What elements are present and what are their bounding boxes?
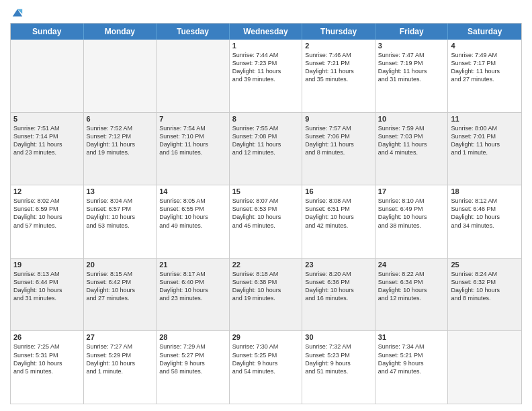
day-number: 23 [305, 261, 372, 269]
day-number: 20 [87, 261, 154, 269]
calendar-cell-empty-0-2 [157, 40, 230, 112]
header-cell-friday: Friday [375, 24, 449, 40]
day-number: 3 [378, 42, 445, 50]
day-number: 10 [378, 115, 445, 123]
calendar-cell-18: 18Sunrise: 8:12 AM Sunset: 6:46 PM Dayli… [448, 185, 521, 258]
calendar-cell-empty-0-0 [11, 40, 84, 112]
cell-content: Sunrise: 7:57 AM Sunset: 7:06 PM Dayligh… [305, 124, 372, 157]
calendar-row-4: 19Sunrise: 8:13 AM Sunset: 6:44 PM Dayli… [11, 258, 521, 331]
calendar: SundayMondayTuesdayWednesdayThursdayFrid… [10, 23, 522, 404]
calendar-cell-20: 20Sunrise: 8:15 AM Sunset: 6:42 PM Dayli… [84, 259, 157, 331]
cell-content: Sunrise: 7:32 AM Sunset: 5:23 PM Dayligh… [305, 342, 372, 375]
day-number: 13 [87, 187, 154, 195]
day-number: 24 [378, 261, 445, 269]
day-number: 11 [451, 115, 519, 123]
day-number: 7 [159, 115, 226, 123]
cell-content: Sunrise: 8:20 AM Sunset: 6:36 PM Dayligh… [305, 270, 372, 303]
calendar-cell-24: 24Sunrise: 8:22 AM Sunset: 6:34 PM Dayli… [375, 259, 449, 331]
day-number: 27 [87, 333, 154, 341]
cell-content: Sunrise: 7:51 AM Sunset: 7:14 PM Dayligh… [13, 124, 81, 157]
cell-content: Sunrise: 8:13 AM Sunset: 6:44 PM Dayligh… [13, 270, 81, 303]
calendar-cell-14: 14Sunrise: 8:05 AM Sunset: 6:55 PM Dayli… [157, 185, 230, 258]
calendar-header: SundayMondayTuesdayWednesdayThursdayFrid… [11, 24, 521, 40]
day-number: 29 [232, 333, 300, 341]
logo-icon [11, 7, 24, 19]
cell-content: Sunrise: 8:15 AM Sunset: 6:42 PM Dayligh… [87, 270, 154, 303]
cell-content: Sunrise: 8:04 AM Sunset: 6:57 PM Dayligh… [87, 197, 154, 230]
calendar-cell-11: 11Sunrise: 8:00 AM Sunset: 7:01 PM Dayli… [448, 113, 521, 185]
cell-content: Sunrise: 8:22 AM Sunset: 6:34 PM Dayligh… [378, 270, 445, 303]
calendar-cell-1: 1Sunrise: 7:44 AM Sunset: 7:23 PM Daylig… [230, 40, 303, 112]
calendar-cell-29: 29Sunrise: 7:30 AM Sunset: 5:25 PM Dayli… [230, 331, 303, 404]
day-number: 8 [232, 115, 300, 123]
day-number: 12 [13, 187, 81, 195]
cell-content: Sunrise: 8:17 AM Sunset: 6:40 PM Dayligh… [159, 270, 226, 303]
day-number: 26 [13, 333, 81, 341]
day-number: 17 [378, 187, 445, 195]
calendar-cell-28: 28Sunrise: 7:29 AM Sunset: 5:27 PM Dayli… [157, 331, 230, 404]
calendar-cell-26: 26Sunrise: 7:25 AM Sunset: 5:31 PM Dayli… [11, 331, 84, 404]
calendar-cell-3: 3Sunrise: 7:47 AM Sunset: 7:19 PM Daylig… [375, 40, 449, 112]
header-cell-wednesday: Wednesday [230, 24, 303, 40]
cell-content: Sunrise: 8:18 AM Sunset: 6:38 PM Dayligh… [232, 270, 300, 303]
cell-content: Sunrise: 8:00 AM Sunset: 7:01 PM Dayligh… [451, 124, 519, 157]
cell-content: Sunrise: 8:02 AM Sunset: 6:59 PM Dayligh… [13, 197, 81, 230]
cell-content: Sunrise: 7:55 AM Sunset: 7:08 PM Dayligh… [232, 124, 300, 157]
calendar-cell-12: 12Sunrise: 8:02 AM Sunset: 6:59 PM Dayli… [11, 185, 84, 258]
day-number: 31 [378, 333, 445, 341]
day-number: 14 [159, 187, 226, 195]
calendar-cell-30: 30Sunrise: 7:32 AM Sunset: 5:23 PM Dayli… [302, 331, 375, 404]
day-number: 15 [232, 187, 300, 195]
calendar-row-2: 5Sunrise: 7:51 AM Sunset: 7:14 PM Daylig… [11, 112, 521, 185]
cell-content: Sunrise: 8:05 AM Sunset: 6:55 PM Dayligh… [159, 197, 226, 230]
calendar-body: 1Sunrise: 7:44 AM Sunset: 7:23 PM Daylig… [11, 40, 521, 404]
day-number: 9 [305, 115, 372, 123]
calendar-cell-8: 8Sunrise: 7:55 AM Sunset: 7:08 PM Daylig… [230, 113, 303, 185]
calendar-cell-31: 31Sunrise: 7:34 AM Sunset: 5:21 PM Dayli… [375, 331, 449, 404]
calendar-cell-27: 27Sunrise: 7:27 AM Sunset: 5:29 PM Dayli… [84, 331, 157, 404]
day-number: 1 [232, 42, 300, 50]
cell-content: Sunrise: 7:52 AM Sunset: 7:12 PM Dayligh… [87, 124, 154, 157]
day-number: 28 [159, 333, 226, 341]
calendar-cell-empty-0-1 [84, 40, 157, 112]
cell-content: Sunrise: 7:47 AM Sunset: 7:19 PM Dayligh… [378, 51, 445, 84]
calendar-cell-7: 7Sunrise: 7:54 AM Sunset: 7:10 PM Daylig… [157, 113, 230, 185]
cell-content: Sunrise: 7:54 AM Sunset: 7:10 PM Dayligh… [159, 124, 226, 157]
header [10, 7, 522, 19]
cell-content: Sunrise: 7:46 AM Sunset: 7:21 PM Dayligh… [305, 51, 372, 84]
day-number: 30 [305, 333, 372, 341]
calendar-cell-10: 10Sunrise: 7:59 AM Sunset: 7:03 PM Dayli… [375, 113, 449, 185]
calendar-cell-9: 9Sunrise: 7:57 AM Sunset: 7:06 PM Daylig… [302, 113, 375, 185]
cell-content: Sunrise: 8:12 AM Sunset: 6:46 PM Dayligh… [451, 197, 519, 230]
header-cell-thursday: Thursday [302, 24, 375, 40]
logo [10, 7, 24, 19]
calendar-row-3: 12Sunrise: 8:02 AM Sunset: 6:59 PM Dayli… [11, 185, 521, 258]
day-number: 18 [451, 187, 519, 195]
cell-content: Sunrise: 8:10 AM Sunset: 6:49 PM Dayligh… [378, 197, 445, 230]
day-number: 19 [13, 261, 81, 269]
day-number: 5 [13, 115, 81, 123]
cell-content: Sunrise: 7:59 AM Sunset: 7:03 PM Dayligh… [378, 124, 445, 157]
cell-content: Sunrise: 8:07 AM Sunset: 6:53 PM Dayligh… [232, 197, 300, 230]
calendar-cell-15: 15Sunrise: 8:07 AM Sunset: 6:53 PM Dayli… [230, 185, 303, 258]
calendar-cell-21: 21Sunrise: 8:17 AM Sunset: 6:40 PM Dayli… [157, 259, 230, 331]
calendar-cell-6: 6Sunrise: 7:52 AM Sunset: 7:12 PM Daylig… [84, 113, 157, 185]
day-number: 16 [305, 187, 372, 195]
cell-content: Sunrise: 7:30 AM Sunset: 5:25 PM Dayligh… [232, 342, 300, 375]
calendar-row-1: 1Sunrise: 7:44 AM Sunset: 7:23 PM Daylig… [11, 40, 521, 112]
header-cell-tuesday: Tuesday [157, 24, 230, 40]
cell-content: Sunrise: 7:34 AM Sunset: 5:21 PM Dayligh… [378, 342, 445, 375]
cell-content: Sunrise: 7:25 AM Sunset: 5:31 PM Dayligh… [13, 342, 81, 375]
calendar-cell-13: 13Sunrise: 8:04 AM Sunset: 6:57 PM Dayli… [84, 185, 157, 258]
calendar-cell-19: 19Sunrise: 8:13 AM Sunset: 6:44 PM Dayli… [11, 259, 84, 331]
calendar-cell-22: 22Sunrise: 8:18 AM Sunset: 6:38 PM Dayli… [230, 259, 303, 331]
calendar-cell-23: 23Sunrise: 8:20 AM Sunset: 6:36 PM Dayli… [302, 259, 375, 331]
calendar-cell-16: 16Sunrise: 8:08 AM Sunset: 6:51 PM Dayli… [302, 185, 375, 258]
day-number: 22 [232, 261, 300, 269]
calendar-cell-25: 25Sunrise: 8:24 AM Sunset: 6:32 PM Dayli… [448, 259, 521, 331]
cell-content: Sunrise: 7:29 AM Sunset: 5:27 PM Dayligh… [159, 342, 226, 375]
calendar-cell-5: 5Sunrise: 7:51 AM Sunset: 7:14 PM Daylig… [11, 113, 84, 185]
day-number: 2 [305, 42, 372, 50]
cell-content: Sunrise: 8:08 AM Sunset: 6:51 PM Dayligh… [305, 197, 372, 230]
cell-content: Sunrise: 7:49 AM Sunset: 7:17 PM Dayligh… [451, 51, 519, 84]
